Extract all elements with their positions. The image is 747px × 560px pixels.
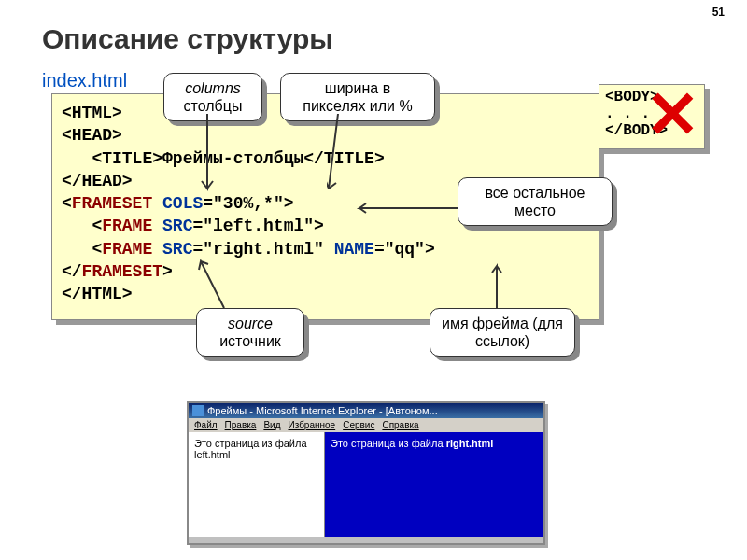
- body-forbidden-box: <BODY> . . . </BODY>: [599, 84, 705, 149]
- page-number: 51: [712, 6, 725, 19]
- slide-title: Описание структуры: [42, 23, 333, 55]
- callout-framename: имя фрейма (для ссылок): [430, 308, 575, 357]
- browser-title-text: Фреймы - Microsoft Internet Explorer - […: [207, 405, 438, 416]
- callout-columns: columnsстолбцы: [163, 73, 262, 121]
- callout-source: sourceисточник: [196, 308, 304, 357]
- browser-titlebar: Фреймы - Microsoft Internet Explorer - […: [189, 403, 543, 418]
- callout-width: ширина в пикселях или %: [280, 73, 435, 121]
- left-frame: Это страница из файла left.html: [189, 432, 325, 537]
- browser-window: Фреймы - Microsoft Internet Explorer - […: [187, 401, 545, 545]
- ie-icon: [192, 405, 204, 416]
- browser-menubar: ФайлПравкаВидИзбранноеСервисСправка: [189, 418, 543, 432]
- filename-label: index.html: [42, 70, 127, 91]
- slide: 51 Описание структуры index.html <HTML> …: [0, 0, 747, 560]
- callout-rest: все остальное место: [458, 177, 613, 226]
- right-frame: Это страница из файла right.html: [325, 432, 543, 537]
